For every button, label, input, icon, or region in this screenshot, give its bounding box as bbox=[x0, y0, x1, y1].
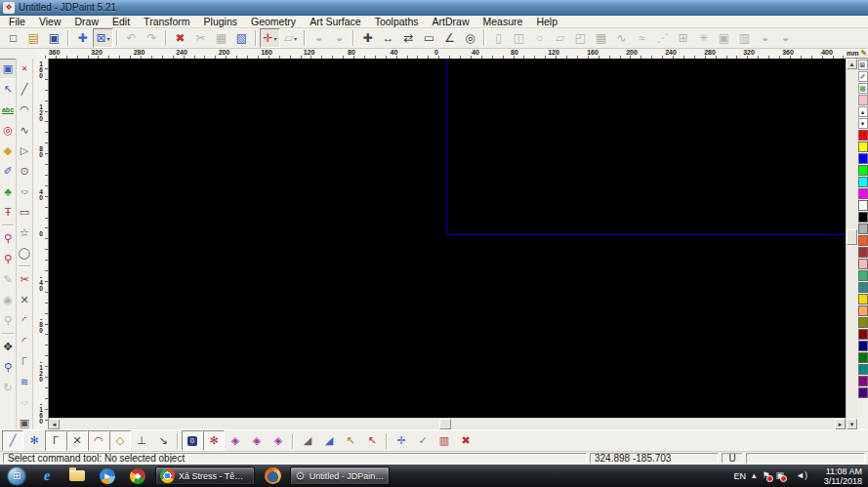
vertical-scrollbar[interactable]: ▲ ▼ bbox=[846, 59, 857, 429]
color-swatch-ffff00[interactable] bbox=[858, 142, 868, 152]
group-box-button[interactable]: ▣ bbox=[714, 28, 734, 48]
contour-rings-button[interactable]: ◎ bbox=[0, 120, 17, 141]
jdpaint-task-button[interactable]: ⚙Untitled - JDPaint ... bbox=[290, 467, 390, 485]
redo-button[interactable]: ↷ bbox=[142, 28, 162, 48]
select-button[interactable]: ▣ bbox=[0, 59, 17, 79]
taskbar-clock[interactable]: 11:08 AM 3/11/2018 bbox=[813, 467, 862, 486]
snap-perpendicular-button[interactable]: ⊥ bbox=[131, 430, 152, 451]
wave-surface-button[interactable]: ≈ bbox=[632, 28, 652, 48]
menu-file[interactable]: File bbox=[2, 16, 32, 28]
spin-up-button[interactable]: ▴ bbox=[858, 106, 868, 117]
align-columns-button[interactable]: ◫ bbox=[509, 28, 529, 48]
color-swatch-8b008b[interactable] bbox=[858, 376, 868, 386]
ramp-down-button[interactable]: ◢ bbox=[297, 430, 318, 451]
snap-endpoint-button[interactable]: ◈ bbox=[268, 430, 289, 451]
color-swatch-000000[interactable] bbox=[858, 212, 868, 223]
circle-center-button[interactable]: ⊙ bbox=[17, 161, 33, 182]
dot-path-button[interactable]: ⋰ bbox=[652, 28, 673, 48]
measure-rect-button[interactable]: ▭ bbox=[419, 28, 439, 48]
fill-button[interactable]: ◆ bbox=[0, 141, 17, 161]
polyline-button[interactable]: ∿ bbox=[611, 28, 632, 48]
scroll-left-arrow[interactable]: ◄ bbox=[49, 419, 60, 429]
menu-view[interactable]: View bbox=[32, 16, 68, 28]
color-swatch-4b0082[interactable] bbox=[858, 387, 868, 398]
delete-node-button[interactable]: ✕ bbox=[17, 59, 33, 79]
rectangle-button[interactable]: ▭ bbox=[17, 202, 33, 223]
sketch-pen-button[interactable]: ✎ bbox=[0, 269, 17, 290]
menu-draw[interactable]: Draw bbox=[68, 16, 106, 28]
menu-transform[interactable]: Transform bbox=[137, 16, 196, 28]
color-swatch-ffb6b6[interactable] bbox=[858, 259, 868, 269]
quad-grid-button[interactable]: ⊞ bbox=[673, 28, 693, 48]
current-color-swatch[interactable] bbox=[858, 95, 868, 105]
paste-button[interactable]: ▧ bbox=[231, 28, 252, 48]
pick-box-dropdown-arrow[interactable]: ▾ bbox=[107, 35, 110, 42]
ramp-up-button[interactable]: ◢ bbox=[318, 430, 340, 451]
fillet-arc-button[interactable]: ◜ bbox=[17, 310, 33, 331]
spin-down-button[interactable]: ▾ bbox=[858, 118, 868, 129]
transform-button[interactable]: ✛▾ bbox=[260, 28, 280, 48]
snap-midpoint-button[interactable]: ◈ bbox=[246, 430, 268, 451]
dome-a-button[interactable]: ◒ bbox=[755, 28, 775, 48]
color-swatch-00ffff[interactable] bbox=[858, 177, 868, 187]
color-swatch-3cb371[interactable] bbox=[858, 270, 868, 281]
save-button[interactable]: ▣ bbox=[44, 28, 64, 48]
undo-button[interactable]: ↶ bbox=[121, 28, 142, 48]
scroll-right-arrow[interactable]: ► bbox=[835, 419, 846, 429]
cancel-button[interactable]: ✖ bbox=[455, 430, 476, 451]
snap-corner-button[interactable]: Γ bbox=[45, 430, 66, 451]
menu-art-surface[interactable]: Art Surface bbox=[303, 16, 368, 28]
draw-vertex-button[interactable]: ✻ bbox=[23, 430, 45, 451]
color-swatch-ff0000[interactable] bbox=[858, 130, 868, 141]
firefox-button[interactable] bbox=[260, 467, 285, 486]
redraw-button[interactable]: ↻ bbox=[0, 378, 17, 398]
brush-button[interactable]: ✐ bbox=[0, 161, 17, 182]
line-button[interactable]: ╱ bbox=[17, 79, 33, 100]
array-duplicate-button[interactable]: ▯ bbox=[488, 28, 509, 48]
pick-add-button[interactable]: ↖ bbox=[340, 430, 361, 451]
align-top-button[interactable]: ◰ bbox=[570, 28, 591, 48]
zoom-extra-button[interactable]: ⚲ bbox=[0, 310, 17, 331]
dome-smooth-button[interactable]: ◒ bbox=[329, 28, 350, 48]
parallelogram-button[interactable]: ▱ bbox=[550, 28, 570, 48]
corner-join-button[interactable]: Γ bbox=[17, 351, 33, 372]
show-eye-button[interactable]: ◉ bbox=[0, 290, 17, 310]
offset-curve-button[interactable]: ≋ bbox=[17, 372, 33, 392]
color-swatch-a83232[interactable] bbox=[858, 247, 868, 258]
ellipse-button[interactable]: ○ bbox=[17, 182, 33, 202]
color-swatch-2e8b8b[interactable] bbox=[858, 282, 868, 293]
snap-node-button[interactable]: ✻ bbox=[203, 430, 225, 451]
grid-plate-button[interactable]: ▦ bbox=[591, 28, 611, 48]
dome-b-button[interactable]: ◒ bbox=[775, 28, 796, 48]
color-swatch-ffd700[interactable] bbox=[858, 294, 868, 304]
color-swatch-ffa564[interactable] bbox=[858, 305, 868, 316]
explorer-button[interactable] bbox=[64, 467, 90, 486]
trim-button[interactable]: ✂ bbox=[17, 269, 33, 290]
pick-box-button[interactable]: ⊠▾ bbox=[93, 28, 113, 48]
pan-button[interactable]: ✥ bbox=[0, 337, 17, 357]
fillet-line-button[interactable]: ◜ bbox=[17, 331, 33, 351]
color-swatch-00ff00[interactable] bbox=[858, 165, 868, 176]
scroll-down-arrow[interactable]: ▼ bbox=[847, 419, 857, 429]
horizontal-scroll-thumb[interactable] bbox=[439, 419, 451, 429]
no-color-button[interactable]: ⊠ bbox=[858, 60, 868, 70]
view-3d-dropdown-arrow[interactable]: ▾ bbox=[294, 35, 297, 42]
menu-help[interactable]: Help bbox=[529, 16, 564, 28]
delete-segment-button[interactable]: ▥ bbox=[434, 430, 455, 451]
measure-step-button[interactable]: ⇄ bbox=[398, 28, 419, 48]
pick-remove-button[interactable]: ↖ bbox=[361, 430, 383, 451]
language-indicator[interactable]: EN bbox=[733, 471, 746, 481]
color-swatch-8b8b00[interactable] bbox=[858, 317, 868, 328]
dome-rough-button[interactable]: ◒ bbox=[309, 28, 329, 48]
group-copy-button[interactable]: ▥ bbox=[734, 28, 755, 48]
snap-tangent-arc-button[interactable]: ◠ bbox=[88, 430, 109, 451]
vertical-scroll-thumb[interactable] bbox=[847, 229, 857, 245]
zoom-in-button[interactable]: ⚲ bbox=[0, 357, 17, 378]
ring-button[interactable]: ○ bbox=[529, 28, 550, 48]
snap-intersect-button[interactable]: ✕ bbox=[66, 430, 88, 451]
menu-edit[interactable]: Edit bbox=[105, 16, 137, 28]
color-swatch-8b0000[interactable] bbox=[858, 329, 868, 340]
delete-button[interactable]: ✖ bbox=[170, 28, 190, 48]
open-button[interactable]: ▤ bbox=[23, 28, 44, 48]
cutter-button[interactable]: Ŧ bbox=[0, 202, 17, 223]
